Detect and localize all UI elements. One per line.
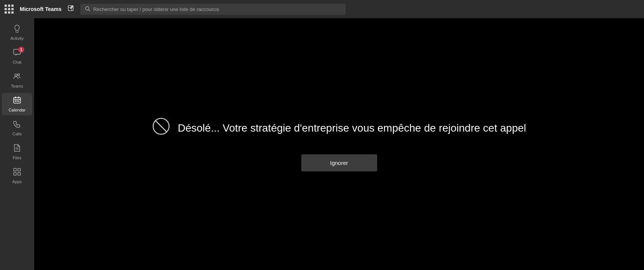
app-title: Microsoft Teams: [20, 6, 61, 12]
files-icon: [13, 144, 21, 154]
calls-icon: [13, 120, 21, 130]
calendar-label: Calendar: [9, 108, 26, 112]
chat-badge: 1: [18, 47, 24, 53]
error-container: Désolé... Votre stratégie d'entreprise v…: [152, 117, 526, 139]
main-layout: Activity 1 Chat Teams: [0, 18, 644, 270]
svg-rect-9: [18, 100, 19, 102]
sidebar-item-activity[interactable]: Activity: [2, 21, 32, 44]
calendar-icon: [13, 96, 21, 106]
apps-label: Apps: [12, 179, 22, 184]
svg-rect-8: [17, 100, 18, 102]
sidebar-item-teams[interactable]: Teams: [2, 69, 32, 91]
blocked-icon: [152, 117, 170, 139]
files-label: Files: [13, 155, 21, 160]
search-placeholder: Rechercher ou taper / pour obtenir une l…: [93, 6, 219, 12]
sidebar-item-calendar[interactable]: Calendar: [2, 93, 32, 115]
activity-icon: [13, 24, 21, 35]
activity-label: Activity: [11, 36, 24, 41]
svg-rect-13: [18, 168, 20, 171]
apps-icon: [13, 168, 21, 178]
content-area: Désolé... Votre stratégie d'entreprise v…: [34, 18, 644, 270]
app-grid-icon[interactable]: [5, 5, 14, 14]
teams-icon: [13, 72, 21, 82]
top-bar: Microsoft Teams Rechercher ou taper / po…: [0, 0, 644, 18]
svg-line-2: [89, 9, 90, 11]
svg-rect-12: [14, 168, 16, 171]
calls-label: Calls: [13, 132, 22, 136]
chat-label: Chat: [13, 60, 21, 64]
sidebar: Activity 1 Chat Teams: [0, 18, 34, 270]
teams-label: Teams: [11, 84, 23, 88]
sidebar-item-apps[interactable]: Apps: [2, 165, 32, 187]
svg-rect-15: [18, 173, 20, 175]
sidebar-item-calls[interactable]: Calls: [2, 117, 32, 139]
sidebar-item-chat[interactable]: 1 Chat: [2, 45, 32, 68]
ignore-button[interactable]: Ignorer: [301, 154, 377, 171]
svg-rect-7: [15, 100, 16, 102]
svg-point-4: [15, 74, 17, 76]
svg-rect-14: [14, 173, 16, 175]
error-text: Désolé... Votre stratégie d'entreprise v…: [178, 122, 526, 134]
svg-line-17: [156, 121, 166, 132]
search-icon: [85, 6, 90, 13]
search-bar[interactable]: Rechercher ou taper / pour obtenir une l…: [80, 4, 346, 15]
sidebar-item-files[interactable]: Files: [2, 141, 32, 163]
chat-icon: 1: [13, 48, 21, 58]
svg-rect-6: [14, 97, 20, 103]
svg-point-5: [18, 74, 20, 76]
compose-icon[interactable]: [67, 5, 74, 13]
